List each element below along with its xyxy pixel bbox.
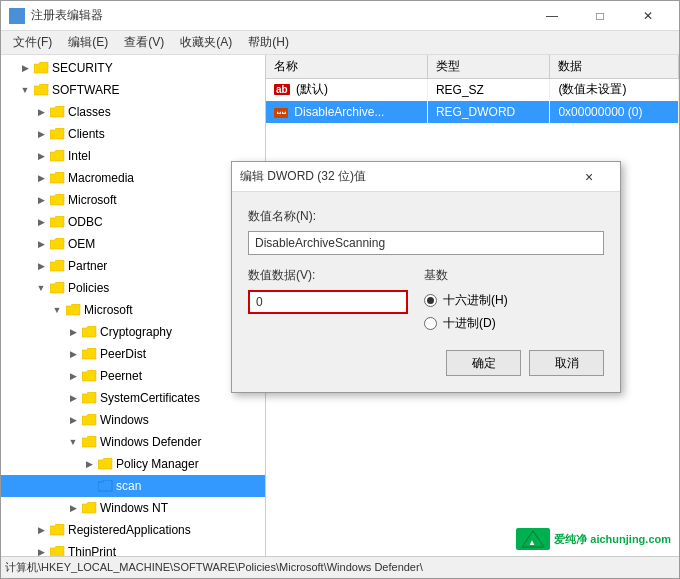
- folder-icon-macromedia: [49, 170, 65, 186]
- expand-microsoft-policies[interactable]: [49, 302, 65, 318]
- expand-microsoft-sw[interactable]: [33, 192, 49, 208]
- field-name-input[interactable]: [248, 231, 604, 255]
- tree-item-peerdist[interactable]: PeerDist: [1, 343, 265, 365]
- tree-pane[interactable]: SECURITY SOFTWARE Classes: [1, 55, 266, 556]
- expand-oem[interactable]: [33, 236, 49, 252]
- expand-security[interactable]: [17, 60, 33, 76]
- tree-label-scan: scan: [116, 479, 141, 493]
- expand-systemcerts[interactable]: [65, 390, 81, 406]
- tree-label-microsoft-sw: Microsoft: [68, 193, 117, 207]
- expand-thinprint[interactable]: [33, 544, 49, 556]
- expand-peernet[interactable]: [65, 368, 81, 384]
- tree-item-windefender[interactable]: Windows Defender: [1, 431, 265, 453]
- expand-policies[interactable]: [33, 280, 49, 296]
- svg-text:▲: ▲: [528, 538, 536, 547]
- menu-edit[interactable]: 编辑(E): [60, 31, 116, 54]
- expand-policymanager[interactable]: [81, 456, 97, 472]
- folder-icon-thinprint: [49, 544, 65, 556]
- tree-item-scan[interactable]: scan: [1, 475, 265, 497]
- cancel-button[interactable]: 取消: [529, 350, 604, 376]
- tree-item-windows[interactable]: Windows: [1, 409, 265, 431]
- expand-intel[interactable]: [33, 148, 49, 164]
- tree-item-regapps[interactable]: RegisteredApplications: [1, 519, 265, 541]
- expand-macromedia[interactable]: [33, 170, 49, 186]
- folder-icon-peerdist: [81, 346, 97, 362]
- dialog-close-button[interactable]: ×: [566, 162, 612, 192]
- menu-favorites[interactable]: 收藏夹(A): [172, 31, 240, 54]
- statusbar: 计算机\HKEY_LOCAL_MACHINE\SOFTWARE\Policies…: [1, 556, 679, 578]
- tree-item-intel[interactable]: Intel: [1, 145, 265, 167]
- main-window: 注册表编辑器 — □ ✕ 文件(F) 编辑(E) 查看(V) 收藏夹(A) 帮助…: [0, 0, 680, 579]
- edit-dword-dialog: 编辑 DWORD (32 位)值 × 数值名称(N): 数值数据(V): 基数 …: [231, 161, 621, 393]
- col-data: 数据: [550, 55, 679, 79]
- folder-icon-policymanager: [97, 456, 113, 472]
- folder-icon-security: [33, 60, 49, 76]
- reg-type-default: REG_SZ: [427, 79, 550, 101]
- tree-item-thinprint[interactable]: ThinPrint: [1, 541, 265, 556]
- tree-item-policymanager[interactable]: Policy Manager: [1, 453, 265, 475]
- tree-item-peernet[interactable]: Peernet: [1, 365, 265, 387]
- tree-item-policies[interactable]: Policies: [1, 277, 265, 299]
- folder-icon-regapps: [49, 522, 65, 538]
- tree-label-systemcerts: SystemCertificates: [100, 391, 200, 405]
- tree-item-odbc[interactable]: ODBC: [1, 211, 265, 233]
- window-title: 注册表编辑器: [31, 7, 103, 24]
- folder-icon-microsoft-policies: [65, 302, 81, 318]
- reg-dword-icon: ꟷꟷ: [274, 108, 288, 118]
- expand-windowsnt[interactable]: [65, 500, 81, 516]
- minimize-button[interactable]: —: [529, 1, 575, 31]
- folder-icon-software: [33, 82, 49, 98]
- radio-decimal[interactable]: 十进制(D): [424, 315, 604, 332]
- expand-clients[interactable]: [33, 126, 49, 142]
- dialog-titlebar: 编辑 DWORD (32 位)值 ×: [232, 162, 620, 192]
- tree-item-partner[interactable]: Partner: [1, 255, 265, 277]
- tree-item-classes[interactable]: Classes: [1, 101, 265, 123]
- col-name: 名称: [266, 55, 427, 79]
- expand-peerdist[interactable]: [65, 346, 81, 362]
- tree-label-odbc: ODBC: [68, 215, 103, 229]
- expand-software[interactable]: [17, 82, 33, 98]
- folder-icon-peernet: [81, 368, 97, 384]
- tree-item-clients[interactable]: Clients: [1, 123, 265, 145]
- tree-label-clients: Clients: [68, 127, 105, 141]
- field-data-input[interactable]: [248, 290, 408, 314]
- expand-cryptography[interactable]: [65, 324, 81, 340]
- expand-partner[interactable]: [33, 258, 49, 274]
- tree-label-cryptography: Cryptography: [100, 325, 172, 339]
- expand-classes[interactable]: [33, 104, 49, 120]
- statusbar-text: 计算机\HKEY_LOCAL_MACHINE\SOFTWARE\Policies…: [5, 560, 423, 575]
- table-row[interactable]: ab (默认) REG_SZ (数值未设置): [266, 79, 679, 101]
- folder-icon-odbc: [49, 214, 65, 230]
- watermark-logo: ▲: [516, 528, 550, 550]
- tree-item-microsoft-sw[interactable]: Microsoft: [1, 189, 265, 211]
- maximize-button[interactable]: □: [577, 1, 623, 31]
- tree-item-windowsnt[interactable]: Windows NT: [1, 497, 265, 519]
- expand-regapps[interactable]: [33, 522, 49, 538]
- ok-button[interactable]: 确定: [446, 350, 521, 376]
- tree-label-thinprint: ThinPrint: [68, 545, 116, 556]
- menu-help[interactable]: 帮助(H): [240, 31, 297, 54]
- tree-item-cryptography[interactable]: Cryptography: [1, 321, 265, 343]
- tree-label-windowsnt: Windows NT: [100, 501, 168, 515]
- expand-windefender[interactable]: [65, 434, 81, 450]
- close-button[interactable]: ✕: [625, 1, 671, 31]
- tree-label-microsoft-policies: Microsoft: [84, 303, 133, 317]
- tree-item-macromedia[interactable]: Macromedia: [1, 167, 265, 189]
- menu-view[interactable]: 查看(V): [116, 31, 172, 54]
- expand-windows[interactable]: [65, 412, 81, 428]
- tree-item-software[interactable]: SOFTWARE: [1, 79, 265, 101]
- tree-item-microsoft-policies[interactable]: Microsoft: [1, 299, 265, 321]
- reg-ab-icon: ab: [274, 84, 290, 95]
- menu-file[interactable]: 文件(F): [5, 31, 60, 54]
- tree-label-policymanager: Policy Manager: [116, 457, 199, 471]
- folder-icon-cryptography: [81, 324, 97, 340]
- tree-item-oem[interactable]: OEM: [1, 233, 265, 255]
- radio-hex[interactable]: 十六进制(H): [424, 292, 604, 309]
- tree-item-systemcerts[interactable]: SystemCertificates: [1, 387, 265, 409]
- watermark-url: 爱纯净 aichunjing.com: [554, 532, 671, 547]
- table-row[interactable]: ꟷꟷ DisableArchive... REG_DWORD 0x0000000…: [266, 101, 679, 123]
- dialog-body: 数值名称(N): 数值数据(V): 基数 十六进制(H) 十进制(D): [232, 192, 620, 392]
- expand-odbc[interactable]: [33, 214, 49, 230]
- tree-label-policies: Policies: [68, 281, 109, 295]
- tree-item-security[interactable]: SECURITY: [1, 57, 265, 79]
